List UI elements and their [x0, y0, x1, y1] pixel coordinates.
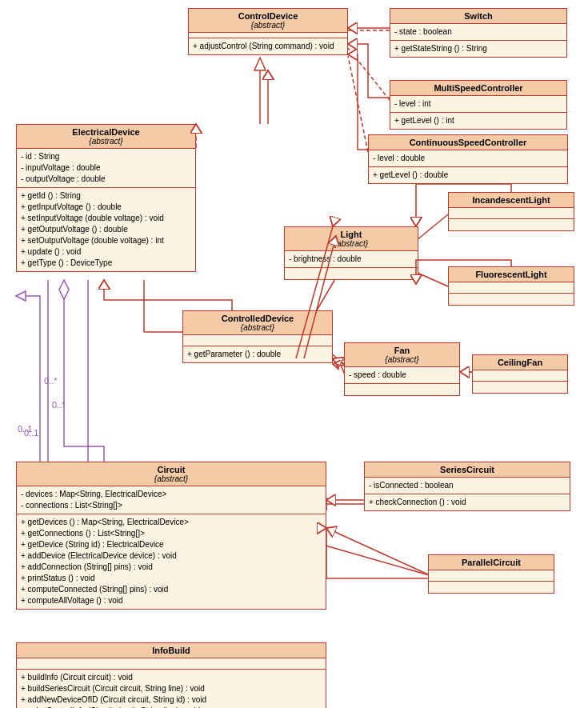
section-methods-multispeed: + getLevel () : int	[390, 113, 566, 129]
section-fields-multispeed: - level : int	[390, 96, 566, 113]
class-name-light: Light	[341, 230, 362, 239]
class-name-circuit: Circuit	[158, 465, 186, 474]
class-name-continuous: ContinuousSpeedController	[410, 138, 527, 147]
uml-diagram: 0..* 0..1 ControlDevice {abstract} + adj…	[0, 0, 588, 708]
section-fields-parallelcircuit	[429, 570, 554, 582]
class-ceilingfan: CeilingFan	[472, 354, 568, 394]
section-fields-light: - brightness : double	[285, 251, 418, 268]
class-controlleddevice: ControlledDevice {abstract} + getParamet…	[182, 310, 333, 363]
class-name-switch: Switch	[464, 11, 492, 21]
section-fields-fan: - speed : double	[345, 367, 459, 384]
section-methods-continuous: + getLevel () : double	[369, 167, 567, 183]
class-fan: Fan {abstract} - speed : double	[344, 342, 460, 396]
section-fields-ceilingfan	[473, 370, 567, 382]
class-name-ceilingfan: CeilingFan	[498, 358, 542, 367]
abstract-label-circuit: {abstract}	[22, 474, 321, 483]
svg-line-33	[333, 358, 344, 364]
section-fields-fluorescent	[449, 282, 574, 294]
section-fields-switch: - state : boolean	[390, 24, 566, 41]
class-infobuild: InfoBuild + buildInfo (Circuit circuit) …	[16, 642, 326, 708]
class-name-fluorescent: FluorescentLight	[475, 270, 546, 279]
section-methods-controldevice: + adjustControl (String command) : void	[189, 38, 347, 54]
section-methods-infobuild: + buildInfo (Circuit circuit) : void + b…	[17, 670, 326, 708]
section-fields-incandescent	[449, 208, 574, 219]
class-electricaldevice: ElectricalDevice {abstract} - id : Strin…	[16, 124, 196, 272]
svg-marker-35	[59, 280, 69, 299]
svg-text:0..*: 0..*	[44, 376, 58, 386]
section-methods-light	[285, 268, 418, 279]
class-multispeedcontroller: MultiSpeedController - level : int + get…	[390, 80, 567, 130]
class-parallelcircuit: ParallelCircuit	[428, 554, 554, 594]
abstract-label-electricaldevice: {abstract}	[22, 137, 190, 146]
class-light: Light {abstract} - brightness : double	[284, 226, 418, 280]
section-methods-fan	[345, 384, 459, 395]
svg-line-1	[348, 48, 390, 100]
class-incandescentlight: IncandescentLight	[448, 192, 574, 231]
section-methods-fluorescent	[449, 294, 574, 305]
section-fields-continuous: - level : double	[369, 150, 567, 167]
class-circuit: Circuit {abstract} - devices : Map<Strin…	[16, 462, 326, 610]
section-fields-circuit: - devices : Map<String, ElectricalDevice…	[17, 486, 326, 514]
svg-text:0..1: 0..1	[24, 428, 38, 438]
class-name-electricaldevice: ElectricalDevice	[72, 127, 139, 137]
abstract-label-fan: {abstract}	[350, 355, 454, 364]
class-controldevice: ControlDevice {abstract} + adjustControl…	[188, 8, 348, 55]
svg-marker-37	[16, 291, 26, 301]
svg-line-41	[333, 364, 344, 366]
section-fields-electricaldevice: - id : String - inputVoltage : double - …	[17, 149, 195, 188]
class-continuousspeedcontroller: ContinuousSpeedController - level : doub…	[368, 134, 568, 184]
section-methods-circuit: + getDevices () : Map<String, Electrical…	[17, 514, 326, 609]
section-fields-infobuild	[17, 658, 326, 670]
svg-marker-4	[254, 58, 266, 70]
class-name-infobuild: InfoBuild	[152, 646, 190, 655]
svg-line-2	[348, 56, 368, 152]
svg-text:0..*: 0..*	[52, 400, 66, 410]
svg-text:0..1: 0..1	[18, 424, 32, 434]
section-methods-switch: + getStateString () : String	[390, 41, 566, 57]
section-fields-controlleddevice	[183, 335, 332, 346]
section-methods-electricaldevice: + getId () : String + getInputVoltage ()…	[17, 188, 195, 271]
class-seriescircuit: SeriesCircuit - isConnected : boolean + …	[364, 462, 570, 511]
class-fluorescentlight: FluorescentLight	[448, 266, 574, 306]
svg-line-23	[320, 544, 432, 576]
class-name-multispeed: MultiSpeedController	[434, 83, 522, 93]
abstract-label-controlleddevice: {abstract}	[188, 323, 327, 332]
section-methods-parallelcircuit	[429, 582, 554, 593]
section-methods-controlleddevice: + getParameter () : double	[183, 346, 332, 362]
abstract-label-controldevice: {abstract}	[194, 21, 342, 30]
class-name-controlleddevice: ControlledDevice	[222, 314, 294, 323]
class-switch: Switch - state : boolean + getStateStrin…	[390, 8, 567, 58]
section-methods-seriescircuit: + checkConnection () : void	[365, 494, 570, 510]
class-name-parallelcircuit: ParallelCircuit	[462, 558, 521, 567]
section-methods-incandescent	[449, 219, 574, 230]
section-fields-controldevice	[189, 33, 347, 38]
class-name-incandescent: IncandescentLight	[472, 195, 550, 205]
section-methods-ceilingfan	[473, 382, 567, 393]
class-name-fan: Fan	[394, 346, 410, 355]
abstract-label-light: {abstract}	[290, 239, 413, 248]
svg-line-40	[326, 528, 428, 574]
section-fields-seriescircuit: - isConnected : boolean	[365, 478, 570, 494]
class-name-controldevice: ControlDevice	[238, 11, 298, 21]
class-name-seriescircuit: SeriesCircuit	[440, 465, 494, 474]
